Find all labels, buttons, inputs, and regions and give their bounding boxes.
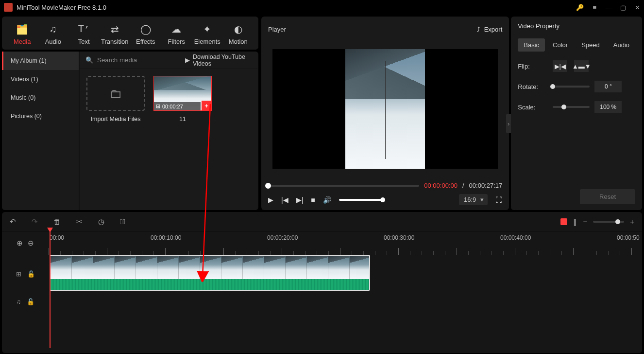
sidebar-item-music[interactable]: Music (0) (2, 88, 79, 107)
next-frame-button[interactable]: ▶| (296, 196, 304, 204)
ruler-label-5: 00:00:50 (617, 234, 640, 241)
sparkle-icon: ✦ (203, 23, 211, 35)
music-track[interactable] (49, 293, 642, 310)
undo-button[interactable]: ↶ (10, 217, 16, 226)
media-clip-thumb[interactable]: ⊞00:00:27 + (153, 76, 212, 111)
flip-vertical-button[interactable]: ▲▬▼ (574, 60, 589, 72)
play-button[interactable]: ▶ (268, 196, 273, 204)
maximize-icon[interactable]: ▢ (620, 4, 626, 11)
tab-text[interactable]: T⎖Text (68, 18, 100, 50)
reset-button[interactable]: Reset (580, 189, 635, 204)
minimize-icon[interactable]: — (605, 4, 611, 11)
export-label: Export (484, 26, 503, 33)
sidebar-item-pictures[interactable]: Pictures (0) (2, 107, 79, 125)
time-total: 00:00:27:17 (469, 182, 503, 189)
export-button[interactable]: ⤴Export (477, 26, 503, 33)
music-track-lock-icon[interactable]: 🔓 (27, 298, 34, 305)
zoom-out-button[interactable]: − (583, 217, 587, 226)
tab-effects[interactable]: ◯Effects (130, 18, 161, 50)
crop-button[interactable]: ✂⃞ (120, 217, 125, 226)
transition-icon: ⇄ (111, 23, 119, 35)
download-youtube-label: Download YouTube Videos (193, 53, 253, 67)
scale-slider[interactable] (553, 106, 590, 108)
rotate-value[interactable]: 0 ° (594, 81, 622, 92)
properties-title: Video Property (518, 22, 635, 30)
video-track[interactable]: ⊞11 (49, 255, 642, 293)
close-icon[interactable]: ✕ (635, 4, 640, 11)
filmstrip-icon: ⊞ (156, 103, 160, 109)
tab-audio[interactable]: ♫Audio (38, 18, 69, 50)
rotate-slider[interactable] (553, 86, 590, 88)
snap-button[interactable]: ‖ (573, 217, 577, 226)
video-track-lock-icon[interactable]: 🔓 (27, 270, 35, 278)
video-preview-box (272, 49, 498, 169)
progress-bar[interactable] (268, 185, 419, 187)
volume-icon[interactable]: 🔊 (323, 196, 331, 204)
redo-button[interactable]: ↷ (32, 217, 38, 226)
tab-motion[interactable]: ◐Motion (223, 18, 254, 50)
tab-motion-label: Motion (229, 38, 248, 45)
prev-frame-button[interactable]: |◀ (281, 196, 288, 204)
marker-button[interactable] (560, 218, 567, 225)
tab-elements-label: Elements (194, 38, 220, 45)
text-icon: T⎖ (78, 23, 90, 35)
tab-audio-label: Audio (45, 38, 61, 45)
download-youtube-link[interactable]: ▶Download YouTube Videos (185, 53, 253, 67)
export-icon: ⤴ (477, 26, 480, 33)
prop-tab-audio[interactable]: Audio (608, 38, 635, 52)
speed-button[interactable]: ◷ (98, 217, 104, 226)
folder-icon: 🗂️ (16, 23, 28, 35)
tab-transition-label: Transition (101, 38, 129, 45)
flip-horizontal-button[interactable]: ▶|◀ (553, 60, 567, 72)
youtube-icon: ▶ (185, 56, 190, 64)
sidebar-item-myalbum[interactable]: My Album (1) (2, 52, 79, 70)
timeline-clip[interactable]: ⊞11 (50, 255, 370, 291)
main-tabs: 🗂️Media ♫Audio T⎖Text ⇄Transition ◯Effec… (2, 17, 258, 50)
panel-collapse-handle[interactable]: › (506, 114, 511, 133)
tab-filters-label: Filters (168, 38, 185, 45)
music-note-icon: ♫ (50, 23, 57, 35)
filters-icon: ☁ (171, 23, 181, 35)
media-sidebar: My Album (1) Videos (1) Music (0) Pictur… (2, 52, 80, 210)
key-icon[interactable]: 🔑 (576, 4, 584, 11)
add-clip-button[interactable]: + (202, 101, 211, 110)
menu-icon[interactable]: ≡ (593, 4, 596, 11)
stop-button[interactable]: ■ (311, 196, 315, 204)
ruler-label-3: 00:00:30:00 (384, 234, 414, 241)
remove-track-button[interactable]: ⊖ (28, 239, 34, 248)
ruler-label-1: 00:00:10:00 (151, 234, 181, 241)
scale-value[interactable]: 100 % (594, 101, 622, 113)
prop-tab-speed[interactable]: Speed (576, 38, 606, 52)
clip-duration: 00:00:27 (162, 104, 183, 109)
fullscreen-button[interactable]: ⛶ (495, 196, 502, 204)
import-media-box[interactable]: 🗀 (86, 76, 145, 111)
tab-media[interactable]: 🗂️Media (7, 18, 38, 50)
flip-label: Flip: (518, 63, 553, 70)
video-frame[interactable] (345, 49, 425, 169)
split-button[interactable]: ✂ (76, 217, 83, 226)
tab-filters[interactable]: ☁Filters (161, 18, 192, 50)
timeline-ruler[interactable]: 00:00 00:00:10:00 00:00:20:00 00:00:30:0… (49, 231, 642, 255)
add-track-button[interactable]: ⊕ (17, 239, 23, 248)
ruler-label-0: 00:00 (50, 234, 64, 241)
search-input[interactable] (97, 56, 179, 64)
tab-text-label: Text (78, 38, 90, 45)
tab-media-label: Media (14, 38, 31, 45)
prop-tab-color[interactable]: Color (547, 38, 574, 52)
tab-transition[interactable]: ⇄Transition (100, 18, 131, 50)
effects-icon: ◯ (140, 23, 151, 35)
import-media-label: Import Media Files (86, 116, 145, 123)
sidebar-item-videos[interactable]: Videos (1) (2, 70, 79, 88)
volume-slider[interactable] (339, 199, 383, 201)
scale-label: Scale: (518, 104, 553, 111)
music-track-icon: ♫ (16, 298, 21, 305)
zoom-slider[interactable] (593, 221, 624, 223)
svg-rect-0 (5, 4, 11, 10)
zoom-in-button[interactable]: + (630, 217, 634, 226)
prop-tab-basic[interactable]: Basic (518, 38, 545, 52)
delete-button[interactable]: 🗑 (53, 217, 61, 226)
tab-effects-label: Effects (136, 38, 155, 45)
app-title: MiniTool MovieMaker Free 8.1.0 (17, 4, 576, 11)
tab-elements[interactable]: ✦Elements (192, 18, 223, 50)
aspect-ratio-select[interactable]: 16:9 (459, 194, 488, 205)
